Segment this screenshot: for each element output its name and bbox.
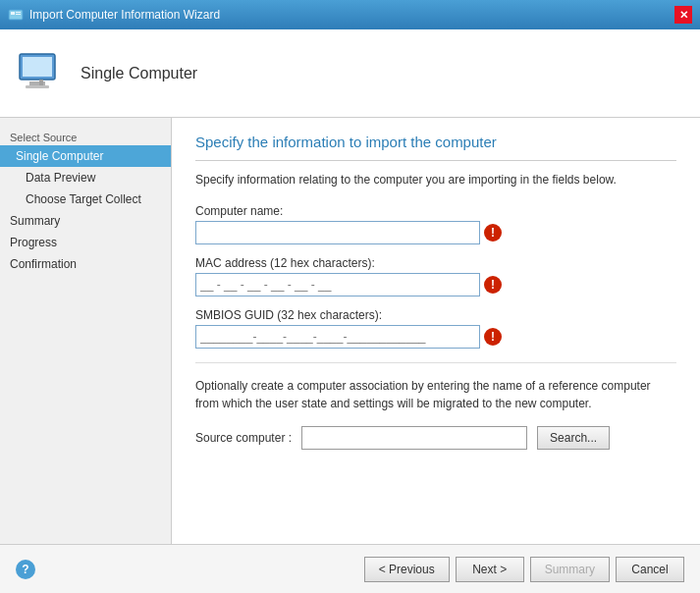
sidebar-item-single-computer[interactable]: Single Computer [0,145,171,167]
title-bar-title: Import Computer Information Wizard [29,8,220,22]
smbios-guid-row: ! [195,325,676,349]
smbios-guid-input[interactable] [195,325,480,349]
footer-left: ? [16,560,35,579]
svg-rect-2 [16,12,21,13]
sidebar: Select Source Single Computer Data Previ… [0,118,172,544]
computer-name-group: Computer name: ! [195,204,676,244]
wizard-header-title: Single Computer [81,65,197,82]
mac-address-group: MAC address (12 hex characters): ! [195,256,676,296]
previous-button[interactable]: < Previous [364,557,450,582]
select-source-label: Select Source [0,128,171,145]
mac-address-row: ! [195,273,676,296]
mac-address-input[interactable] [195,273,480,296]
svg-rect-7 [26,85,49,88]
association-text: Optionally create a computer association… [195,377,676,412]
search-button[interactable]: Search... [537,426,610,450]
content-title: Specify the information to import the co… [195,134,676,150]
title-bar-left: Import Computer Information Wizard [8,7,220,23]
next-button[interactable]: Next > [456,557,524,582]
close-button[interactable]: ✕ [674,6,692,24]
sidebar-item-choose-target[interactable]: Choose Target Collect [0,189,171,210]
title-divider [195,160,676,161]
svg-rect-8 [39,80,43,85]
summary-button[interactable]: Summary [530,557,610,582]
footer-buttons: < Previous Next > Summary Cancel [364,557,684,582]
smbios-guid-error-icon: ! [484,328,502,346]
title-bar: Import Computer Information Wizard ✕ [0,0,700,29]
source-computer-label: Source computer : [195,431,292,445]
cancel-button[interactable]: Cancel [616,557,684,582]
wizard-header: Single Computer [0,29,700,118]
wizard-footer: ? < Previous Next > Summary Cancel [0,544,700,593]
sidebar-confirmation-label[interactable]: Confirmation [0,253,171,275]
svg-rect-5 [23,57,52,77]
computer-name-label: Computer name: [195,204,676,218]
svg-rect-1 [11,12,15,15]
computer-name-row: ! [195,221,676,244]
svg-rect-3 [16,14,21,15]
content-area: Specify the information to import the co… [172,118,700,544]
computer-name-error-icon: ! [484,224,502,242]
section-divider [195,362,676,363]
mac-address-label: MAC address (12 hex characters): [195,256,676,270]
wizard-icon [8,7,24,23]
sidebar-summary-label[interactable]: Summary [0,210,171,232]
sidebar-progress-label[interactable]: Progress [0,232,171,253]
computer-icon [16,48,67,99]
help-icon[interactable]: ? [16,560,35,579]
mac-address-error-icon: ! [484,276,502,294]
content-description: Specify information relating to the comp… [195,173,676,187]
source-computer-row: Source computer : Search... [195,426,676,450]
computer-name-input[interactable] [195,221,480,244]
smbios-guid-group: SMBIOS GUID (32 hex characters): ! [195,308,676,349]
wizard-body: Select Source Single Computer Data Previ… [0,118,700,544]
smbios-guid-label: SMBIOS GUID (32 hex characters): [195,308,676,322]
sidebar-item-data-preview[interactable]: Data Preview [0,167,171,189]
source-computer-input[interactable] [301,426,527,450]
